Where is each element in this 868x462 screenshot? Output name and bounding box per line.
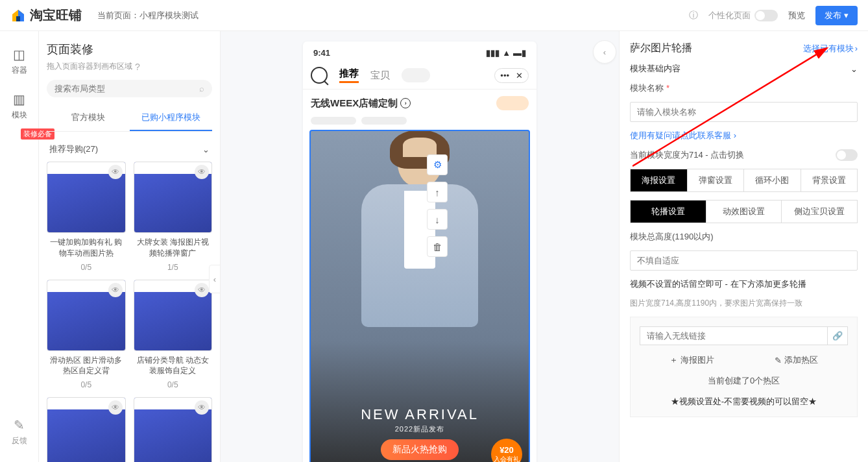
phone-tab-goods[interactable]: 宝贝 <box>370 69 390 82</box>
help-icon[interactable]: ⓘ <box>689 10 698 21</box>
module-card[interactable]: 👁 大牌女装 海报图片视频轮播弹窗广 1/5 <box>134 162 213 272</box>
phone-capsule[interactable]: ••• ✕ <box>494 68 529 83</box>
banner-title[interactable]: 无线WEEX店铺定制 › <box>311 97 411 110</box>
chevron-right-icon: › <box>734 130 736 140</box>
search-icon: ⌕ <box>199 84 204 93</box>
current-page: 当前页面：小程序模块测试 <box>97 10 199 21</box>
phone-tab-recommend[interactable]: 推荐 <box>339 67 359 83</box>
link-icon-button[interactable]: 🔗 <box>827 326 848 345</box>
delete-button[interactable]: 🗑 <box>427 236 448 257</box>
search-input[interactable] <box>54 84 199 93</box>
topbar: 淘宝旺铺 当前页面：小程序模块测试 ⓘ 个性化页面 预览 发布 ▾ <box>0 0 868 31</box>
name-label: 模块名称* <box>630 82 858 94</box>
plus-icon: ＋ <box>669 354 678 366</box>
width-text[interactable]: 当前模块宽度为714 - 点击切换 <box>630 149 744 161</box>
chevron-down-icon: ⌄ <box>850 64 858 74</box>
nav-feedback[interactable]: ✎ 反馈 <box>0 412 38 452</box>
seg-loop[interactable]: 循环小图 <box>744 169 801 191</box>
eye-icon: 👁 <box>195 283 209 297</box>
seg-poster[interactable]: 海报设置 <box>631 169 688 191</box>
module-panel: 页面装修 拖入页面容器到画布区域 ? ⌕ 官方模块 已购小程序模块 推荐导购(2… <box>39 31 221 462</box>
edit-icon: ✎ <box>775 356 782 365</box>
wifi-icon: ▲ <box>502 48 511 58</box>
move-up-button[interactable]: ↑ <box>427 182 448 202</box>
personalize-toggle[interactable] <box>754 10 778 21</box>
search-icon[interactable] <box>311 67 328 84</box>
cube-icon: ◫ <box>13 47 25 62</box>
add-poster-button[interactable]: ＋海报图片 <box>669 354 714 366</box>
category-row[interactable]: 推荐导购(27) ⌄ <box>47 137 212 162</box>
nav-container[interactable]: ◫ 容器 <box>0 42 38 81</box>
link-input[interactable] <box>640 326 827 345</box>
seg-anim[interactable]: 动效图设置 <box>706 201 782 223</box>
close-icon: ✕ <box>516 71 523 80</box>
upload-area: 🔗 ＋海报图片 ✎添加热区 当前创建了0个热区 ★视频设置处-不需要视频的可以留… <box>630 317 858 417</box>
eye-icon: 👁 <box>108 283 123 297</box>
property-panel: 萨尔图片轮播 选择已有模块 › 模块基础内容 ⌄ 模块名称* 使用有疑问请点此联… <box>619 31 868 462</box>
more-icon: ••• <box>500 71 509 80</box>
preview-link[interactable]: 预览 <box>788 10 805 21</box>
sub-pill <box>361 117 407 125</box>
module-card[interactable]: 👁 <box>134 397 213 462</box>
chevron-down-icon: ▾ <box>844 10 849 20</box>
logo-text: 淘宝旺铺 <box>30 6 82 24</box>
seg-popup[interactable]: 弹窗设置 <box>688 169 745 191</box>
module-card[interactable]: 👁 滑动热区 图片滑动多热区自定义背 0/5 <box>47 280 126 390</box>
logo: 淘宝旺铺 <box>10 6 82 24</box>
arrow-right-icon: › <box>400 98 411 108</box>
prop-title: 萨尔图片轮播 <box>630 42 692 55</box>
publish-button[interactable]: 发布 ▾ <box>815 6 858 25</box>
tab-placeholder <box>402 68 430 82</box>
search-box[interactable]: ⌕ <box>47 80 212 97</box>
tab-official[interactable]: 官方模块 <box>47 105 130 131</box>
hero-figure <box>355 136 485 357</box>
module-card[interactable]: 👁 一键加购加购有礼 购物车动画图片热 0/5 <box>47 162 126 272</box>
height-label: 模块总高度(1190以内) <box>630 231 858 243</box>
width-toggle[interactable] <box>836 149 858 161</box>
battery-icon: ▬▮ <box>513 48 526 58</box>
collapse-left-handle[interactable]: ‹ <box>209 265 221 293</box>
module-tabs: 官方模块 已购小程序模块 <box>47 105 212 132</box>
help-icon[interactable]: ? <box>135 62 140 72</box>
module-card[interactable]: 👁 店铺分类导航 动态女装服饰自定义 0/5 <box>134 280 213 390</box>
phone-tabs: 推荐 宝贝 ••• ✕ <box>303 62 536 90</box>
seg-row-1: 海报设置 弹窗设置 循环小图 背景设置 <box>630 169 858 192</box>
status-time: 9:41 <box>313 48 330 58</box>
seg-side[interactable]: 侧边宝贝设置 <box>782 201 857 223</box>
module-name-input[interactable] <box>630 102 858 122</box>
module-card[interactable]: 👁 <box>47 397 126 462</box>
logo-icon <box>10 8 26 23</box>
move-down-button[interactable]: ↓ <box>427 209 448 230</box>
star-note: ★视频设置处-不需要视频的可以留空★ <box>640 396 848 407</box>
eye-icon: 👁 <box>195 400 209 415</box>
select-existing-link[interactable]: 选择已有模块 › <box>803 43 858 55</box>
signal-icon: ▮▮▮ <box>486 48 500 58</box>
add-hotzone-button[interactable]: ✎添加热区 <box>775 354 818 366</box>
sub-pill <box>311 117 356 125</box>
hero-cta-button[interactable]: 新品火热抢购 <box>381 439 459 460</box>
grid-icon: ▥ <box>13 91 25 107</box>
personalize-label: 个性化页面 <box>708 10 751 21</box>
nav-module[interactable]: ▥ 模块 <box>0 86 38 126</box>
seg-carousel[interactable]: 轮播设置 <box>631 201 706 223</box>
hero-module[interactable]: NEW ARRIVAL 2022新品发布 新品火热抢购 FASHION NEW … <box>309 130 530 462</box>
height-input[interactable] <box>630 250 858 271</box>
settings-button[interactable]: ⚙ <box>427 154 448 175</box>
phone-status-bar: 9:41 ▮▮▮ ▲ ▬▮ <box>303 42 536 62</box>
panel-subtitle: 拖入页面容器到画布区域 ? <box>47 61 212 72</box>
left-nav: ◫ 容器 ▥ 模块 装修必备 ✎ 反馈 <box>0 31 39 462</box>
hotzone-info: 当前创建了0个热区 <box>640 375 848 387</box>
base-section[interactable]: 模块基础内容 ⌄ <box>630 63 858 75</box>
eye-icon: 👁 <box>108 165 123 179</box>
seg-row-2: 轮播设置 动效图设置 侧边宝贝设置 <box>630 200 858 223</box>
seg-bg[interactable]: 背景设置 <box>801 169 858 191</box>
phone-preview: 9:41 ▮▮▮ ▲ ▬▮ 推荐 宝贝 ••• ✕ <box>303 42 536 462</box>
tab-purchased[interactable]: 已购小程序模块 <box>130 105 213 131</box>
help-link[interactable]: 使用有疑问请点此联系客服 › <box>630 130 858 141</box>
chevron-right-icon: › <box>855 43 858 53</box>
chevron-down-icon: ⌄ <box>202 145 210 154</box>
personalize-toggle-row: 个性化页面 <box>708 10 778 21</box>
collapse-right-handle[interactable]: ‹ <box>593 40 616 64</box>
eye-icon: 👁 <box>195 165 209 179</box>
banner-chip[interactable] <box>496 96 529 110</box>
